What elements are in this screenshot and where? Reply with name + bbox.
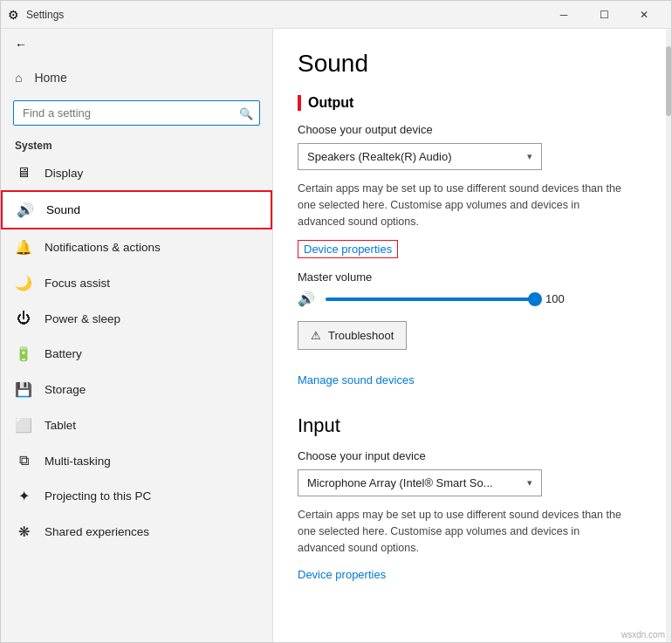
multitasking-icon: ⧉ (15, 453, 32, 469)
title-bar-title: Settings (26, 9, 64, 21)
sidebar-item-storage-label: Storage (45, 383, 86, 396)
sidebar-item-multitasking-label: Multi-tasking (45, 455, 111, 468)
sidebar-item-notifications-label: Notifications & actions (45, 241, 161, 254)
close-button[interactable]: ✕ (624, 1, 664, 29)
main-content: Sound Output Choose your output device S… (273, 29, 671, 642)
volume-row: 🔊 100 (298, 291, 647, 307)
shared-icon: ❋ (15, 523, 32, 540)
battery-icon: 🔋 (15, 345, 32, 362)
sound-icon: 🔊 (17, 202, 34, 218)
storage-icon: 💾 (15, 381, 32, 398)
back-icon: ← (15, 38, 27, 51)
output-device-value: Speakers (Realtek(R) Audio) (307, 150, 451, 163)
sidebar-item-home[interactable]: ⌂ Home (1, 60, 272, 95)
sidebar-item-notifications[interactable]: 🔔 Notifications & actions (1, 229, 272, 265)
volume-section: Master volume 🔊 100 (298, 270, 647, 307)
sidebar-item-multitasking[interactable]: ⧉ Multi-tasking (1, 443, 272, 478)
maximize-button[interactable]: ☐ (584, 1, 624, 29)
settings-window: ⚙ Settings ─ ☐ ✕ ← ⌂ Home 🔍 (0, 0, 672, 643)
tablet-icon: ⬜ (15, 417, 32, 434)
sidebar-item-tablet[interactable]: ⬜ Tablet (1, 407, 272, 443)
scrollbar-track (666, 29, 671, 642)
volume-thumb (528, 292, 542, 306)
output-helper-text: Certain apps may be set up to use differ… (298, 181, 629, 229)
troubleshoot-label: Troubleshoot (328, 329, 394, 342)
sidebar-item-battery-label: Battery (45, 347, 82, 360)
volume-value: 100 (545, 292, 572, 305)
sidebar-item-power[interactable]: ⏻ Power & sleep (1, 301, 272, 336)
notifications-icon: 🔔 (15, 239, 32, 256)
sidebar-section-label: System (1, 133, 272, 155)
sidebar-item-shared[interactable]: ❋ Shared experiences (1, 514, 272, 550)
back-button[interactable]: ← (1, 29, 272, 60)
sidebar-item-sound-label: Sound (46, 203, 80, 216)
output-device-label: Choose your output device (298, 123, 647, 136)
input-dropdown-row: Microphone Array (Intel® Smart So... ▾ (298, 469, 647, 496)
output-device-properties-link[interactable]: Device properties (298, 240, 398, 258)
volume-speaker-icon: 🔊 (298, 291, 315, 307)
minimize-button[interactable]: ─ (544, 1, 584, 29)
power-icon: ⏻ (15, 311, 32, 326)
output-section: Output Choose your output device Speaker… (298, 95, 647, 407)
content-area: ← ⌂ Home 🔍 System 🖥 Display 🔊 Sound (1, 29, 671, 642)
output-device-dropdown[interactable]: Speakers (Realtek(R) Audio) ▾ (298, 143, 542, 170)
troubleshoot-button[interactable]: ⚠ Troubleshoot (298, 321, 407, 350)
sidebar-item-battery[interactable]: 🔋 Battery (1, 336, 272, 372)
input-dropdown-chevron: ▾ (527, 477, 532, 489)
scrollbar-thumb[interactable] (666, 46, 671, 116)
output-section-title: Output (298, 95, 353, 111)
volume-fill (326, 298, 535, 301)
title-bar-left: ⚙ Settings (8, 8, 64, 22)
input-device-value: Microphone Array (Intel® Smart So... (307, 476, 493, 489)
volume-slider[interactable] (326, 298, 535, 301)
title-bar: ⚙ Settings ─ ☐ ✕ (1, 1, 671, 29)
display-icon: 🖥 (15, 165, 32, 181)
sidebar-item-storage[interactable]: 💾 Storage (1, 372, 272, 407)
input-device-dropdown[interactable]: Microphone Array (Intel® Smart So... ▾ (298, 469, 542, 496)
output-dropdown-chevron: ▾ (527, 151, 532, 162)
watermark: wsxdn.com (621, 630, 665, 640)
sidebar-item-focus[interactable]: 🌙 Focus assist (1, 265, 272, 301)
sidebar-item-display-label: Display (45, 167, 83, 180)
sidebar: ← ⌂ Home 🔍 System 🖥 Display 🔊 Sound (1, 29, 273, 642)
search-box: 🔍 (13, 100, 260, 126)
page-title: Sound (298, 50, 647, 78)
input-helper-text: Certain apps may be set up to use differ… (298, 507, 629, 556)
focus-icon: 🌙 (15, 275, 32, 291)
troubleshoot-warning-icon: ⚠ (311, 329, 321, 342)
sidebar-item-tablet-label: Tablet (45, 419, 76, 432)
settings-icon: ⚙ (8, 8, 19, 22)
search-icon: 🔍 (239, 106, 253, 120)
input-device-label: Choose your input device (298, 449, 647, 462)
sidebar-item-focus-label: Focus assist (45, 277, 110, 290)
sidebar-item-shared-label: Shared experiences (45, 525, 149, 538)
title-bar-controls: ─ ☐ ✕ (544, 1, 664, 29)
home-icon: ⌂ (15, 71, 22, 85)
search-input[interactable] (13, 100, 260, 126)
input-device-properties-link[interactable]: Device properties (298, 568, 386, 581)
sidebar-item-projecting-label: Projecting to this PC (45, 489, 151, 503)
sidebar-item-display[interactable]: 🖥 Display (1, 155, 272, 190)
sidebar-item-power-label: Power & sleep (45, 312, 120, 325)
output-dropdown-row: Speakers (Realtek(R) Audio) ▾ (298, 143, 647, 170)
sidebar-item-sound[interactable]: 🔊 Sound (1, 190, 272, 229)
manage-sound-devices-link[interactable]: Manage sound devices (298, 373, 415, 386)
projecting-icon: ✦ (15, 488, 32, 504)
sidebar-item-projecting[interactable]: ✦ Projecting to this PC (1, 478, 272, 514)
input-section: Input Choose your input device Microphon… (298, 414, 647, 592)
volume-label: Master volume (298, 270, 647, 284)
home-label: Home (34, 71, 66, 85)
input-section-title: Input (298, 414, 647, 437)
